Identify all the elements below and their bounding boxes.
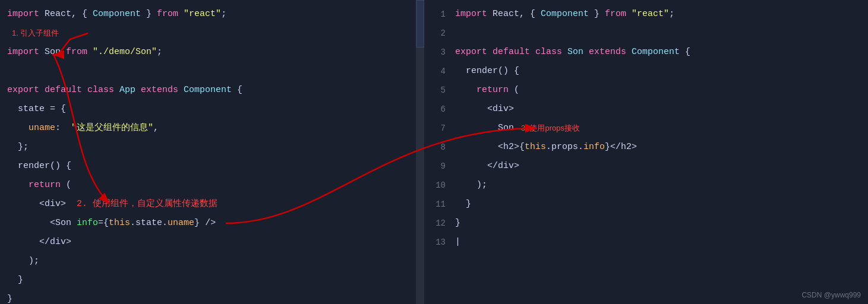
watermark: CSDN @ywwq999 <box>801 291 861 299</box>
right-line-9: 9 </div> <box>424 157 868 176</box>
right-line-5: 5 return ( <box>424 81 868 100</box>
right-line-11: 11 } <box>424 195 868 214</box>
divider <box>416 0 424 304</box>
right-line-8: 8 <h2>{this.props.info}</h2> <box>424 138 868 157</box>
left-line-5: export default class App extends Compone… <box>7 81 416 100</box>
right-line-1: 1import React, { Component } from "react… <box>424 5 868 24</box>
minimap-thumb <box>416 0 424 48</box>
editor-container: import React, { Component } from "react"… <box>0 0 868 304</box>
annotation-label: 1. 引入子组件 <box>12 24 59 43</box>
right-line-4: 4 render() { <box>424 62 868 81</box>
right-line-13: 13| <box>424 233 868 252</box>
right-line-3: 3export default class Son extends Compon… <box>424 43 868 62</box>
left-line-8: }; <box>7 138 416 157</box>
right-line-6: 6 <div> <box>424 100 868 119</box>
annotation-label: 3. 使用props接收 <box>521 119 580 138</box>
right-line-12: 12} <box>424 214 868 233</box>
left-line-15: } <box>7 271 416 290</box>
left-line-16: } <box>7 290 416 304</box>
left-line-12: <Son info={this.state.uname} /> <box>7 214 416 233</box>
left-line-13: </div> <box>7 233 416 252</box>
left-line-14: ); <box>7 252 416 271</box>
left-line-10: return ( <box>7 176 416 195</box>
left-panel: import React, { Component } from "react"… <box>0 0 416 304</box>
left-line-6: state = { <box>7 100 416 119</box>
left-line-4 <box>7 62 416 81</box>
left-line-3: import Son from "./demo/Son"; <box>7 43 416 62</box>
left-line-9: render() { <box>7 157 416 176</box>
right-line-7: 7 Son3. 使用props接收 <box>424 119 868 138</box>
right-line-10: 10 ); <box>424 176 868 195</box>
right-panel: 1import React, { Component } from "react… <box>424 0 868 304</box>
left-line-7: uname: "这是父组件的信息", <box>7 119 416 138</box>
left-line-11: <div> 2. 使用组件，自定义属性传递数据 <box>7 195 416 214</box>
left-line-1: import React, { Component } from "react"… <box>7 5 416 24</box>
left-line-2: 1. 引入子组件 <box>7 24 416 43</box>
right-line-2: 2 <box>424 24 868 43</box>
